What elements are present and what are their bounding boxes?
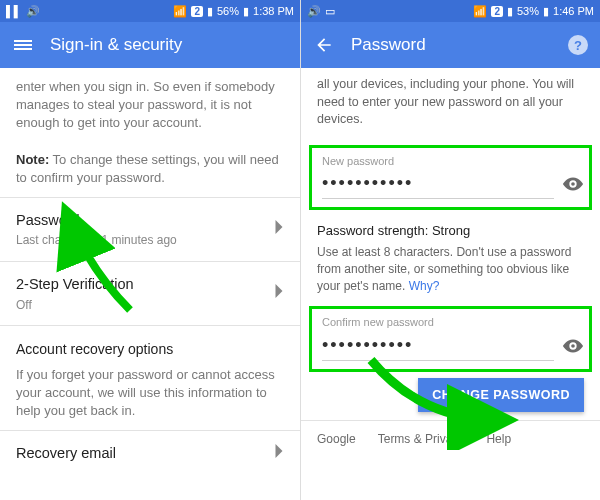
status-bar: ▌▌ 🔊 📶 2 ▮ 56% ▮ 1:38 PM [0, 0, 300, 22]
help-icon[interactable]: ? [568, 35, 588, 55]
battery-icon: ▮ [243, 5, 249, 18]
battery-text: 53% [517, 5, 539, 17]
password-tips: Use at least 8 characters. Don't use a p… [301, 242, 600, 302]
app-bar: Password ? [301, 22, 600, 68]
menu-icon[interactable] [12, 34, 34, 56]
recovery-email-title: Recovery email [16, 443, 116, 463]
back-icon[interactable] [313, 34, 335, 56]
sim-badge: 2 [491, 6, 503, 17]
eye-icon[interactable] [562, 334, 584, 358]
content: all your devices, including your phone. … [301, 68, 600, 500]
chevron-right-icon [274, 444, 284, 463]
page-title: Password [351, 35, 552, 55]
intro-text: enter when you sign in. So even if someb… [0, 68, 300, 197]
new-password-box: New password [309, 145, 592, 210]
notification-icon: ▭ [325, 5, 335, 18]
screen-signin-security: ▌▌ 🔊 📶 2 ▮ 56% ▮ 1:38 PM Sign-in & secur… [0, 0, 300, 500]
battery-text: 56% [217, 5, 239, 17]
footer-google-link[interactable]: Google [317, 431, 356, 448]
confirm-password-box: Confirm new password [309, 306, 592, 371]
new-password-label: New password [322, 154, 579, 169]
account-recovery-title: Account recovery options [0, 326, 300, 366]
password-row-sub: Last changed: 21 minutes ago [16, 232, 177, 249]
two-step-row-sub: Off [16, 297, 134, 314]
page-title: Sign-in & security [50, 35, 288, 55]
wifi-icon: 📶 [473, 5, 487, 18]
chevron-right-icon [274, 220, 284, 239]
new-password-input[interactable] [322, 169, 554, 199]
account-recovery-body: If you forget your password or cannot ac… [0, 366, 300, 431]
signal-icon: ▮ [207, 5, 213, 18]
volume-icon: 🔊 [307, 5, 321, 18]
footer-help-link[interactable]: Help [486, 431, 511, 448]
status-bar: 🔊 ▭ 📶 2 ▮ 53% ▮ 1:46 PM [301, 0, 600, 22]
password-row-title: Password [16, 210, 177, 230]
recovery-email-row[interactable]: Recovery email [0, 430, 300, 475]
change-password-button[interactable]: CHANGE PASSWORD [418, 378, 584, 412]
sim-badge: 2 [191, 6, 203, 17]
confirm-password-label: Confirm new password [322, 315, 579, 330]
notification-icon: ▌▌ [6, 5, 22, 17]
app-bar: Sign-in & security [0, 22, 300, 68]
chevron-right-icon [274, 284, 284, 303]
footer-links: Google Terms & Privacy Help [301, 420, 600, 458]
volume-icon: 🔊 [26, 5, 40, 18]
wifi-icon: 📶 [173, 5, 187, 18]
signal-icon: ▮ [507, 5, 513, 18]
two-step-row-title: 2-Step Verification [16, 274, 134, 294]
password-strength: Password strength: Strong [301, 214, 600, 242]
two-step-row[interactable]: 2-Step Verification Off [0, 262, 300, 326]
battery-icon: ▮ [543, 5, 549, 18]
footer-terms-link[interactable]: Terms & Privacy [378, 431, 465, 448]
password-row[interactable]: Password Last changed: 21 minutes ago [0, 197, 300, 262]
why-link[interactable]: Why? [409, 279, 440, 293]
clock: 1:46 PM [553, 5, 594, 17]
screen-password: 🔊 ▭ 📶 2 ▮ 53% ▮ 1:46 PM Password ? all y… [300, 0, 600, 500]
clock: 1:38 PM [253, 5, 294, 17]
content: enter when you sign in. So even if someb… [0, 68, 300, 500]
intro-text: all your devices, including your phone. … [301, 68, 600, 141]
eye-icon[interactable] [562, 172, 584, 196]
confirm-password-input[interactable] [322, 331, 554, 361]
